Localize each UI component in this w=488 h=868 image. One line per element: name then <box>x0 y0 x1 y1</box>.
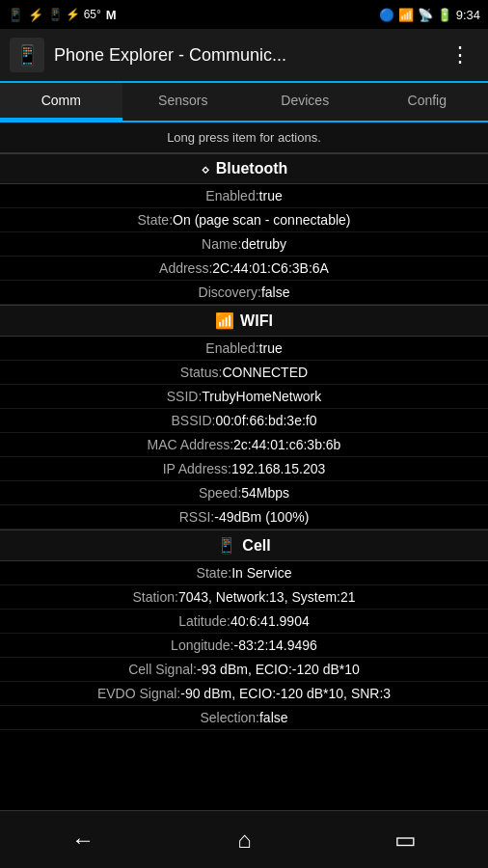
bluetooth-discovery[interactable]: Discovery:false <box>0 281 488 305</box>
cell-signal[interactable]: Cell Signal:-93 dBm, ECIO:-120 dB*10 <box>0 658 488 682</box>
title-bar: 📱 Phone Explorer - Communic... ⋮ <box>0 29 488 83</box>
overflow-menu-icon[interactable]: ⋮ <box>442 39 478 71</box>
signal-icon: 📡 <box>418 8 433 22</box>
hint-bar: Long press item for actions. <box>0 122 488 153</box>
nav-bar: ← ⌂ ▭ <box>0 810 488 868</box>
bluetooth-enabled[interactable]: Enabled:true <box>0 184 488 208</box>
bluetooth-title: Bluetooth <box>216 160 288 177</box>
status-left-icons: 📱 ⚡ 📱 ⚡ 65° M <box>8 8 117 22</box>
tab-comm[interactable]: Comm <box>0 83 122 121</box>
cell-icon: 📱 <box>217 536 236 555</box>
wifi-section-header: 📶 WIFI <box>0 305 488 337</box>
wifi-ip[interactable]: IP Address:192.168.15.203 <box>0 457 488 481</box>
bluetooth-name[interactable]: Name:detruby <box>0 232 488 257</box>
battery-icon: 🔋 <box>437 8 452 22</box>
time-display: 9:34 <box>456 8 480 22</box>
cell-selection[interactable]: Selection:false <box>0 706 488 730</box>
tab-config[interactable]: Config <box>366 83 489 121</box>
wifi-mac[interactable]: MAC Address:2c:44:01:c6:3b:6b <box>0 433 488 457</box>
cell-longitude[interactable]: Longitude:-83:2:14.9496 <box>0 634 488 658</box>
usb-icon: ⚡ <box>28 8 43 22</box>
wifi-bssid[interactable]: BSSID:00:0f:66:bd:3e:f0 <box>0 409 488 433</box>
tab-devices[interactable]: Devices <box>244 83 366 121</box>
app-title: Phone Explorer - Communic... <box>54 45 442 66</box>
app-icon: 📱 <box>10 38 44 72</box>
cell-latitude[interactable]: Latitude:40:6:41.9904 <box>0 610 488 634</box>
android-icon: 📱 <box>8 8 23 22</box>
content-area: ⬦ Bluetooth Enabled:true State:On (page … <box>0 153 488 838</box>
wifi-title: WIFI <box>240 312 273 330</box>
gmail-icon: M <box>106 8 117 22</box>
tab-sensors[interactable]: Sensors <box>122 83 245 121</box>
wifi-status-icon: 📶 <box>398 8 414 22</box>
cell-title: Cell <box>242 537 270 555</box>
recent-apps-button[interactable]: ▭ <box>375 819 436 861</box>
wifi-ssid[interactable]: SSID:TrubyHomeNetwork <box>0 385 488 409</box>
bluetooth-state[interactable]: State:On (page scan - connectable) <box>0 208 488 232</box>
wifi-icon: 📶 <box>215 312 234 330</box>
bluetooth-address[interactable]: Address:2C:44:01:C6:3B:6A <box>0 257 488 281</box>
back-button[interactable]: ← <box>52 819 114 861</box>
home-button[interactable]: ⌂ <box>218 819 271 861</box>
wifi-speed[interactable]: Speed:54Mbps <box>0 481 488 505</box>
cell-station[interactable]: Station:7043, Network:13, System:21 <box>0 585 488 610</box>
wifi-rssi[interactable]: RSSI:-49dBm (100%) <box>0 505 488 529</box>
cell-state[interactable]: State:In Service <box>0 561 488 585</box>
status-bar: 📱 ⚡ 📱 ⚡ 65° M 🔵 📶 📡 🔋 9:34 <box>0 0 488 29</box>
wifi-status[interactable]: Status:CONNECTED <box>0 361 488 385</box>
bluetooth-status-icon: 🔵 <box>379 8 394 22</box>
tab-bar: Comm Sensors Devices Config <box>0 83 488 122</box>
wifi-enabled[interactable]: Enabled:true <box>0 337 488 361</box>
bluetooth-icon: ⬦ <box>201 160 210 177</box>
status-right-icons: 🔵 📶 📡 🔋 9:34 <box>379 8 480 22</box>
cell-section-header: 📱 Cell <box>0 529 488 561</box>
bluetooth-section-header: ⬦ Bluetooth <box>0 153 488 184</box>
evdo-signal[interactable]: EVDO Signal:-90 dBm, ECIO:-120 dB*10, SN… <box>0 682 488 706</box>
temperature: 📱 ⚡ 65° <box>48 8 101 21</box>
